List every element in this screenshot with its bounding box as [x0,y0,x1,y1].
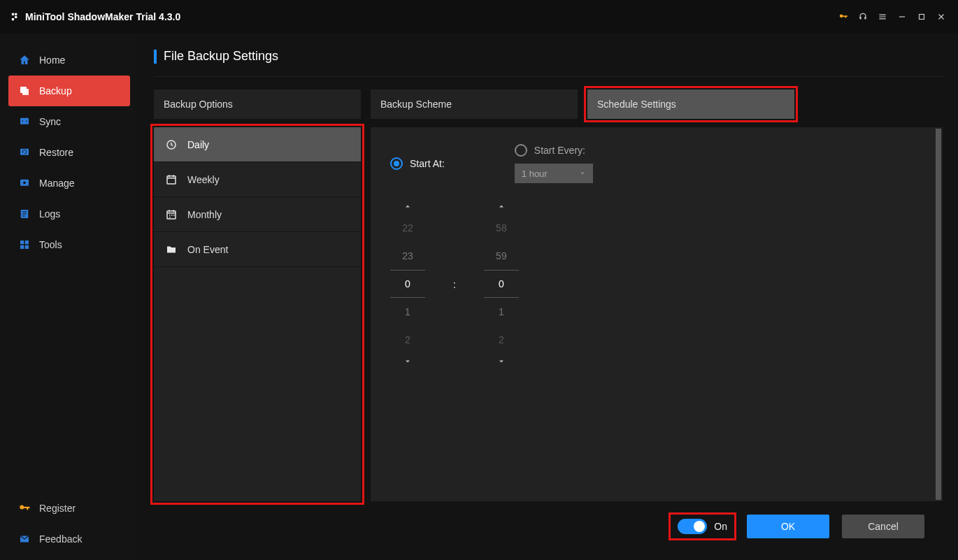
app-logo-icon [7,10,20,23]
schedule-item-label: Monthly [187,209,222,220]
svg-rect-9 [20,240,24,244]
hour-slot[interactable]: 2 [405,326,410,354]
schedule-item-weekly[interactable]: Weekly [154,162,361,197]
radio-label: Start At: [410,158,445,169]
radio-start-at[interactable]: Start At: [390,144,445,183]
sidebar-item-sync[interactable]: Sync [8,106,130,137]
svg-point-7 [23,181,26,184]
minute-wheel: 58 59 0 1 2 [484,199,519,379]
tools-icon [18,238,31,251]
minute-slot[interactable]: 2 [499,326,504,354]
chevron-down-icon [579,170,586,177]
hour-selected[interactable]: 0 [390,270,425,298]
minute-selected[interactable]: 0 [484,270,519,298]
page-header: File Backup Settings [154,49,943,64]
scrollbar[interactable] [936,129,941,500]
minute-slot[interactable]: 58 [496,214,507,242]
minute-slot[interactable]: 59 [496,242,507,270]
calendar-week-icon [165,173,178,186]
content: File Backup Settings Backup Options Back… [138,34,958,560]
minute-down-button[interactable] [497,354,506,369]
schedule-item-on-event[interactable]: On Event [154,232,361,267]
svg-rect-14 [167,175,176,183]
sidebar-item-backup[interactable]: Backup [8,76,130,106]
schedule-item-label: On Event [187,244,228,255]
schedule-item-label: Weekly [187,174,220,185]
tabs-row: Backup Options Backup Scheme Schedule Se… [154,89,943,119]
logs-icon [18,208,31,220]
menu-icon[interactable] [873,7,892,27]
sidebar-item-home[interactable]: Home [8,45,130,76]
folder-icon [165,243,178,256]
hour-slot[interactable]: 1 [405,298,410,326]
radio-icon [515,144,527,157]
mail-icon [18,533,31,545]
hour-slot[interactable]: 22 [402,214,413,242]
maximize-icon[interactable] [912,7,931,27]
sidebar-item-label: Feedback [39,533,82,545]
minute-slot[interactable]: 1 [499,298,504,326]
tab-label: Backup Options [164,99,233,110]
dropdown-value: 1 hour [522,168,548,179]
tab-backup-options[interactable]: Backup Options [154,89,361,119]
sidebar-item-logs[interactable]: Logs [8,199,130,229]
close-icon[interactable] [931,7,951,27]
sidebar-item-label: Sync [39,116,61,127]
svg-rect-11 [20,245,24,249]
key-icon [18,502,31,515]
svg-rect-4 [20,118,29,124]
sidebar-item-label: Restore [39,147,73,158]
home-icon [18,54,31,66]
sidebar-item-label: Manage [39,178,75,189]
toggle-label: On [714,521,727,532]
restore-icon [18,146,31,159]
time-picker: 22 23 0 1 2 : 58 59 0 1 2 [390,199,923,379]
header-accent-bar [154,50,157,64]
schedule-toggle[interactable] [678,519,707,534]
radio-icon [390,157,403,170]
minimize-icon[interactable] [892,7,912,27]
sidebar-item-tools[interactable]: Tools [8,229,130,260]
sidebar-item-label: Logs [39,208,60,220]
page-title: File Backup Settings [164,49,278,64]
schedule-item-label: Daily [187,139,209,150]
manage-icon [18,177,31,189]
app-title: MiniTool ShadowMaker Trial 4.3.0 [25,11,180,22]
backup-icon [18,85,31,97]
radio-start-every[interactable]: Start Every: [515,144,585,157]
tab-schedule-settings[interactable]: Schedule Settings [587,89,794,119]
sidebar-item-feedback[interactable]: Feedback [8,524,130,554]
tab-label: Schedule Settings [597,99,676,110]
svg-rect-1 [920,15,924,20]
svg-rect-10 [25,240,29,244]
svg-rect-12 [25,245,29,249]
hour-down-button[interactable] [403,354,412,369]
hour-wheel: 22 23 0 1 2 [390,199,425,379]
bottom-bar: On OK Cancel [154,501,943,552]
sidebar-item-register[interactable]: Register [8,493,130,524]
schedule-item-monthly[interactable]: Monthly [154,197,361,232]
minute-up-button[interactable] [497,199,506,214]
ok-button[interactable]: OK [747,515,829,538]
interval-dropdown[interactable]: 1 hour [515,164,593,183]
register-key-icon[interactable] [834,7,853,27]
headset-icon[interactable] [853,7,873,27]
schedule-item-daily[interactable]: Daily [154,127,361,162]
hour-slot[interactable]: 23 [402,242,413,270]
sidebar-item-label: Register [39,503,76,514]
cancel-button[interactable]: Cancel [842,515,924,538]
tab-backup-scheme[interactable]: Backup Scheme [371,89,578,119]
sync-icon [18,115,31,128]
titlebar: MiniTool ShadowMaker Trial 4.3.0 [0,0,958,34]
sidebar-item-manage[interactable]: Manage [8,168,130,199]
schedule-toggle-wrap: On [671,515,734,538]
hour-up-button[interactable] [403,199,412,214]
schedule-config-panel: Start At: Start Every: 1 hour [371,127,943,501]
sidebar-item-label: Backup [39,85,72,96]
sidebar-item-restore[interactable]: Restore [8,137,130,168]
svg-rect-3 [22,89,29,95]
sidebar: Home Backup Sync Restore Manage Logs [0,34,138,560]
calendar-month-icon [165,208,178,221]
clock-icon [165,138,178,151]
sidebar-item-label: Tools [39,239,62,250]
